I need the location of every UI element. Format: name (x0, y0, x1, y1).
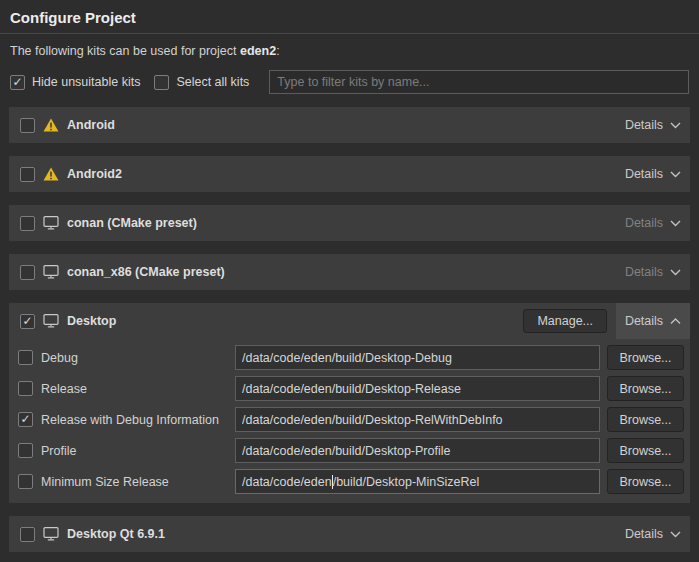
details-toggle[interactable]: Details (616, 254, 690, 290)
kit-name: conan_x86 (CMake preset) (67, 265, 225, 279)
desktop-icon (43, 216, 59, 230)
browse-button[interactable]: Browse... (607, 376, 684, 401)
kit-checkbox[interactable] (20, 216, 35, 231)
build-dir-input[interactable] (235, 345, 600, 370)
details-toggle[interactable]: Details (616, 205, 690, 241)
select-all-label: Select all kits (176, 75, 249, 89)
config-label-area: Debug (18, 350, 235, 365)
build-dir-input[interactable] (235, 376, 600, 401)
kit-row-android2: Android2 Details (9, 156, 690, 192)
select-all-checkbox[interactable] (154, 75, 169, 90)
desktop-icon (43, 265, 59, 279)
path-after-caret: /build/Desktop-MinSizeRel (333, 475, 480, 489)
kit-row-desktop-qt: Desktop Qt 6.9.1 Details (9, 516, 690, 552)
configure-project-page: { "window": { "title": "Configure Projec… (0, 0, 699, 562)
intro-text: The following kits can be used for proje… (10, 44, 689, 58)
config-label: Minimum Size Release (41, 475, 169, 489)
hide-unsuitable-label: Hide unsuitable kits (32, 75, 140, 89)
intro-suffix: : (276, 44, 279, 58)
kit-name: Android2 (67, 167, 122, 181)
build-dir-input[interactable] (235, 438, 600, 463)
config-label: Release with Debug Information (41, 413, 219, 427)
chevron-down-icon (670, 531, 681, 538)
details-label: Details (625, 167, 663, 181)
kit-row-conan: conan (CMake preset) Details (9, 205, 690, 241)
kit-name: Desktop (67, 314, 116, 328)
chevron-down-icon (670, 220, 681, 227)
kit-checkbox[interactable] (20, 118, 35, 133)
kit-box-desktop: Desktop Manage... Details Debug Browse..… (9, 303, 690, 503)
chevron-down-icon (670, 171, 681, 178)
build-config-row-release: Release Browse... (18, 376, 684, 401)
browse-button[interactable]: Browse... (607, 407, 684, 432)
warning-icon (43, 167, 59, 181)
kit-name: Android (67, 118, 115, 132)
kit-name: conan (CMake preset) (67, 216, 197, 230)
config-label-area: Release (18, 381, 235, 396)
config-checkbox[interactable] (18, 412, 33, 427)
page-title: Configure Project (10, 9, 689, 26)
hide-unsuitable-checkbox[interactable] (10, 75, 25, 90)
path-before-caret: /data/code/eden (242, 475, 332, 489)
build-config-row-profile: Profile Browse... (18, 438, 684, 463)
build-config-row-debug: Debug Browse... (18, 345, 684, 370)
warning-icon (43, 118, 59, 132)
config-checkbox[interactable] (18, 350, 33, 365)
config-label-area: Release with Debug Information (18, 412, 235, 427)
page-header: Configure Project (0, 0, 699, 34)
details-label: Details (625, 118, 663, 132)
manage-kits-button[interactable]: Manage... (523, 309, 607, 333)
browse-button[interactable]: Browse... (607, 469, 684, 494)
kit-checkbox[interactable] (20, 167, 35, 182)
details-toggle[interactable]: Details (616, 516, 690, 552)
chevron-down-icon (670, 269, 681, 276)
kit-name: Desktop Qt 6.9.1 (67, 527, 165, 541)
details-label: Details (625, 314, 663, 328)
hide-unsuitable-kits-option[interactable]: Hide unsuitable kits (10, 75, 140, 90)
kit-checkbox[interactable] (20, 265, 35, 280)
details-label: Details (625, 527, 663, 541)
chevron-up-icon (670, 318, 681, 325)
kit-filter-input[interactable] (269, 70, 689, 94)
browse-button[interactable]: Browse... (607, 438, 684, 463)
config-checkbox[interactable] (18, 443, 33, 458)
chevron-down-icon (670, 122, 681, 129)
build-dir-input[interactable] (235, 407, 600, 432)
details-toggle[interactable]: Details (616, 156, 690, 192)
details-toggle[interactable]: Details (616, 107, 690, 143)
build-config-row-minsizerel: Minimum Size Release /data/code/eden/bui… (18, 469, 684, 494)
kit-row-desktop: Desktop Manage... Details (9, 303, 690, 339)
config-label: Profile (41, 444, 76, 458)
filter-bar: Hide unsuitable kits Select all kits (10, 70, 689, 94)
browse-button[interactable]: Browse... (607, 345, 684, 370)
config-label-area: Minimum Size Release (18, 474, 235, 489)
config-label: Debug (41, 351, 78, 365)
details-label: Details (625, 265, 663, 279)
kit-row-android: Android Details (9, 107, 690, 143)
details-label: Details (625, 216, 663, 230)
config-label-area: Profile (18, 443, 235, 458)
build-dir-input-focused[interactable]: /data/code/eden/build/Desktop-MinSizeRel (235, 469, 600, 494)
desktop-icon (43, 314, 59, 328)
desktop-icon (43, 527, 59, 541)
kit-row-conan-x86: conan_x86 (CMake preset) Details (9, 254, 690, 290)
kit-list: Android Details Android2 Details conan (… (9, 107, 690, 562)
config-checkbox[interactable] (18, 381, 33, 396)
config-checkbox[interactable] (18, 474, 33, 489)
build-config-row-relwithdebinfo: Release with Debug Information Browse... (18, 407, 684, 432)
intro-prefix: The following kits can be used for proje… (10, 44, 240, 58)
kit-checkbox[interactable] (20, 527, 35, 542)
select-all-kits-option[interactable]: Select all kits (154, 75, 249, 90)
kit-checkbox[interactable] (20, 314, 35, 329)
config-label: Release (41, 382, 87, 396)
project-name: eden2 (240, 44, 276, 58)
details-toggle[interactable]: Details (616, 303, 690, 339)
